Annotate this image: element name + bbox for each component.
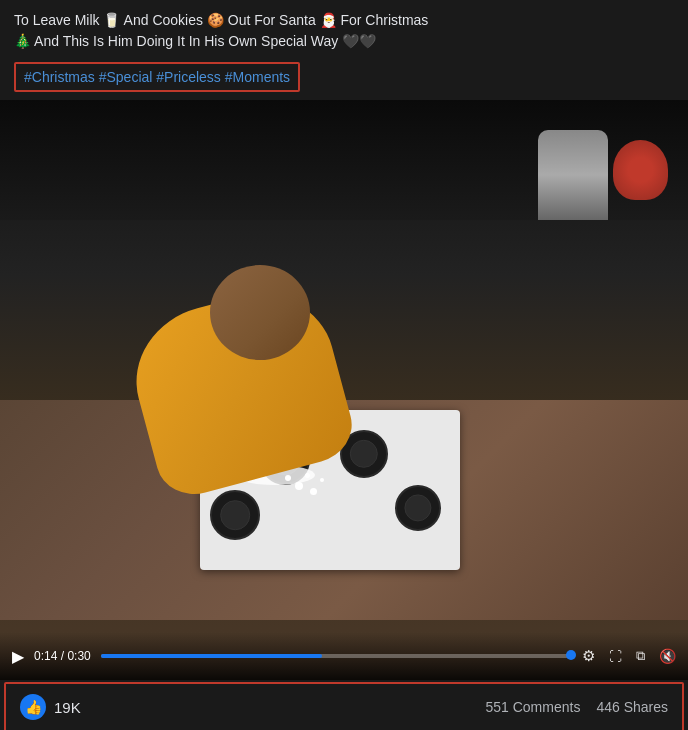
time-display: 0:14 / 0:30 [34, 649, 91, 663]
post-text-line2: 🎄 And This Is Him Doing It In His Own Sp… [14, 33, 376, 49]
reactions-bar: 👍 19K 551 Comments 446 Shares [4, 682, 684, 730]
baby-figure [80, 200, 420, 480]
engagement-section: 551 Comments 446 Shares [485, 699, 668, 715]
post-text-line1: To Leave Milk 🥛 And Cookies 🍪 Out For Sa… [14, 12, 428, 28]
cookie-4 [210, 490, 260, 540]
video-player[interactable]: ▶ 0:14 / 0:30 ⚙ ⛶ ⧉ 🔇 [0, 100, 688, 680]
hashtag-box: #Christmas #Special #Priceless #Moments [14, 62, 300, 92]
like-icon[interactable]: 👍 [20, 694, 46, 720]
progress-bar[interactable] [101, 654, 572, 658]
crumb [295, 482, 303, 490]
like-section: 👍 19K [20, 694, 81, 720]
video-scene [0, 100, 688, 680]
post-text: To Leave Milk 🥛 And Cookies 🍪 Out For Sa… [0, 0, 688, 58]
current-time: 0:14 [34, 649, 57, 663]
mute-icon[interactable]: 🔇 [659, 648, 676, 664]
hashtags-block: #Christmas #Special #Priceless #Moments [0, 58, 688, 100]
red-item [613, 140, 668, 200]
comments-count[interactable]: 551 Comments [485, 699, 580, 715]
fullscreen-icon[interactable]: ⛶ [609, 649, 622, 664]
crumb [310, 488, 317, 495]
video-controls: ▶ 0:14 / 0:30 ⚙ ⛶ ⧉ 🔇 [0, 632, 688, 680]
counter-item [538, 130, 608, 220]
post-container: To Leave Milk 🥛 And Cookies 🍪 Out For Sa… [0, 0, 688, 730]
pip-icon[interactable]: ⧉ [636, 648, 645, 664]
shares-count[interactable]: 446 Shares [596, 699, 668, 715]
cookie-3 [395, 485, 441, 531]
settings-icon[interactable]: ⚙ [582, 647, 595, 665]
progress-dot [566, 650, 576, 660]
play-button[interactable]: ▶ [12, 647, 24, 666]
progress-fill [101, 654, 322, 658]
baby-head [210, 265, 310, 360]
hashtags-text[interactable]: #Christmas #Special #Priceless #Moments [24, 69, 290, 85]
total-time: 0:30 [67, 649, 90, 663]
like-count: 19K [54, 699, 81, 716]
control-icons: ⚙ ⛶ ⧉ 🔇 [582, 647, 676, 665]
